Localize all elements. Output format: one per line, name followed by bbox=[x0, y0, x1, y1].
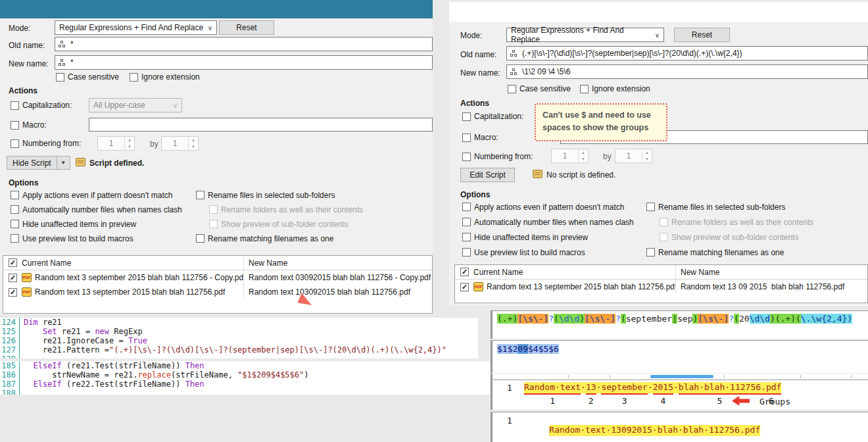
ignore-extension-checkbox[interactable]: Ignore extension bbox=[580, 84, 650, 93]
checkbox[interactable] bbox=[196, 191, 205, 199]
option-use-preview-list-to-build-macros[interactable]: Use preview list to build macros bbox=[11, 234, 182, 243]
regex-result-box[interactable]: 1 Random·text·13092015·blah·blah·112756.… bbox=[491, 412, 868, 442]
numbering-checkbox[interactable]: Numbering from: bbox=[11, 139, 81, 148]
option-rename-files-in-selected-sub-folders[interactable]: Rename files in selected sub-folders bbox=[646, 203, 813, 211]
checkbox[interactable] bbox=[462, 203, 471, 211]
dropdown-arrow-icon[interactable]: ▼ bbox=[57, 156, 70, 170]
checkbox bbox=[660, 218, 668, 226]
match-separator: · bbox=[673, 382, 679, 393]
checkbox[interactable] bbox=[11, 234, 19, 243]
column-header-current-name[interactable]: Current Name bbox=[22, 258, 71, 268]
template-icon bbox=[59, 41, 66, 48]
checkbox[interactable] bbox=[462, 248, 471, 257]
numbering-start-stepper[interactable]: 1 ▲▼ bbox=[551, 149, 589, 163]
title-bar[interactable] bbox=[0, 0, 433, 18]
checkbox[interactable]: ✓ bbox=[9, 274, 17, 282]
code-editor-block-1[interactable]: 124Dim re21125 Set re21 = new RegExp126 … bbox=[0, 318, 478, 358]
script-icon bbox=[76, 158, 85, 166]
match-separator: · bbox=[581, 382, 586, 393]
regex-pattern-box[interactable]: (.+)[\s\-]?(\d\d)[\s\-]?(september|sep)[… bbox=[491, 310, 868, 339]
old-name-input[interactable]: * bbox=[55, 37, 433, 51]
numbering-step-stepper[interactable]: 1 ▲▼ bbox=[161, 136, 199, 151]
group-number: 1 bbox=[550, 396, 555, 406]
horizontal-scrollbar[interactable] bbox=[491, 374, 868, 380]
mode-select[interactable]: Regular Expressions + Find And Replace ∨ bbox=[506, 28, 664, 42]
regex-test-string-box[interactable]: 1 Random·text1·132·september3·20154·blah… bbox=[491, 380, 868, 410]
code-line: 185 ElseIf (re21.Test(strFileName)) Then bbox=[0, 361, 490, 370]
checkbox[interactable] bbox=[11, 205, 19, 214]
checkbox bbox=[660, 233, 668, 241]
macro-checkbox[interactable]: Macro: bbox=[11, 120, 47, 130]
new-name: Random text 103092015 blah blah 112756.p… bbox=[249, 287, 410, 297]
numbering-checkbox[interactable]: Numbering from: bbox=[462, 152, 533, 161]
column-header-new-name[interactable]: New Name bbox=[681, 268, 719, 277]
new-name-input[interactable]: * bbox=[55, 55, 433, 70]
reset-button[interactable]: Reset bbox=[674, 28, 730, 42]
checkbox bbox=[209, 220, 218, 228]
column-header-current-name[interactable]: Current Name bbox=[473, 268, 523, 277]
option-rename-files-in-selected-sub-folders[interactable]: Rename files in selected sub-folders bbox=[196, 191, 363, 199]
option-apply-actions-even-if-pattern-doesn-t-match[interactable]: Apply actions even if pattern doesn't ma… bbox=[11, 191, 182, 199]
capitalization-checkbox[interactable]: Capitalization: bbox=[462, 112, 523, 121]
options-header: Options bbox=[9, 178, 38, 187]
pdf-file-icon: PDF bbox=[22, 273, 32, 282]
new-name-input[interactable]: \1\2 09 \4 \5\6 bbox=[506, 64, 868, 79]
new-name-value: \1\2 09 \4 \5\6 bbox=[522, 67, 570, 76]
regex-substitution-box[interactable]: $1$209$4$5$6 bbox=[491, 340, 868, 373]
old-name-input[interactable]: (.+)[\s\-]?(\d\d)[\s\-]?(september|sep)[… bbox=[506, 46, 868, 61]
capitalization-select: All Upper-case ∨ bbox=[89, 98, 182, 112]
current-name: Random text 3 september 2015 blah blah 1… bbox=[35, 273, 244, 282]
checkbox[interactable]: ✓ bbox=[9, 258, 17, 267]
check-icon: ✓ bbox=[10, 289, 16, 296]
file-row[interactable]: ✓PDFRandom text 3 september 2015 blah bl… bbox=[3, 270, 432, 285]
option-rename-matching-filenames-as-one[interactable]: Rename matching filenames as one bbox=[196, 234, 363, 243]
checkbox[interactable] bbox=[646, 203, 655, 211]
numbering-start-stepper[interactable]: 1 ▲▼ bbox=[97, 136, 135, 151]
file-row[interactable]: ✓PDFRandom text 13 september 2015 blah b… bbox=[3, 285, 432, 299]
template-icon bbox=[59, 59, 66, 66]
case-sensitive-checkbox[interactable]: Case sensitive bbox=[56, 72, 119, 82]
option-hide-unaffected-items-in-preview[interactable]: Hide unaffected items in preview bbox=[462, 233, 634, 241]
capitalization-checkbox[interactable]: Capitalization: bbox=[11, 101, 72, 110]
scrollbar-thumb[interactable] bbox=[650, 375, 713, 378]
checkbox[interactable] bbox=[462, 233, 471, 241]
option-automatically-number-files-when-names-clash[interactable]: Automatically number files when names cl… bbox=[11, 205, 182, 214]
line-number: 1 bbox=[507, 383, 512, 393]
code-editor-block-2[interactable]: 185 ElseIf (re21.Test(strFileName)) Then… bbox=[0, 361, 490, 395]
checkbox[interactable] bbox=[196, 234, 205, 243]
options-column-1: Apply actions even if pattern doesn't ma… bbox=[11, 191, 182, 249]
code-line: 188 bbox=[0, 389, 490, 395]
code-line: 186 strNewName = re21.replace(strFileNam… bbox=[0, 370, 490, 380]
checkbox[interactable] bbox=[646, 248, 655, 257]
option-rename-matching-filenames-as-one[interactable]: Rename matching filenames as one bbox=[646, 248, 813, 257]
case-sensitive-checkbox[interactable]: Case sensitive bbox=[508, 84, 571, 93]
numbering-step-stepper[interactable]: 1 ▲▼ bbox=[615, 149, 652, 163]
checkbox[interactable]: ✓ bbox=[460, 283, 469, 291]
checkbox[interactable]: ✓ bbox=[9, 288, 17, 297]
option-use-preview-list-to-build-macros[interactable]: Use preview list to build macros bbox=[462, 248, 634, 257]
mode-label: Mode: bbox=[460, 31, 482, 40]
column-header-new-name[interactable]: New Name bbox=[249, 258, 287, 268]
option-automatically-number-files-when-names-clash[interactable]: Automatically number files when names cl… bbox=[462, 218, 634, 226]
template-icon bbox=[510, 50, 518, 57]
macro-checkbox[interactable]: Macro: bbox=[462, 133, 498, 142]
code-line: 126 re21.IgnoreCase = True bbox=[0, 336, 478, 345]
checkbox[interactable]: ✓ bbox=[460, 268, 469, 276]
preview-file-list[interactable]: ✓Current NameNew Name✓PDFRandom text 13 … bbox=[454, 264, 868, 303]
checkbox[interactable] bbox=[462, 218, 471, 226]
mode-select[interactable]: Regular Expressions + Find And Replace ∨ bbox=[55, 20, 217, 35]
hide-script-button[interactable]: Hide Script ▼ bbox=[7, 156, 70, 170]
macro-input[interactable] bbox=[89, 118, 433, 132]
ignore-extension-checkbox[interactable]: Ignore extension bbox=[130, 72, 200, 82]
edit-script-button[interactable]: Edit Script bbox=[460, 168, 515, 182]
reset-button[interactable]: Reset bbox=[219, 20, 274, 35]
checkbox[interactable] bbox=[11, 191, 19, 199]
new-name-value: * bbox=[70, 58, 74, 67]
by-label: by bbox=[603, 152, 612, 161]
match-group-3: september3 bbox=[601, 382, 647, 395]
option-hide-unaffected-items-in-preview[interactable]: Hide unaffected items in preview bbox=[11, 220, 182, 228]
checkbox[interactable] bbox=[11, 220, 19, 228]
preview-file-list[interactable]: ✓Current NameNew Name✓PDFRandom text 3 s… bbox=[3, 255, 433, 314]
option-apply-actions-even-if-pattern-doesn-t-match[interactable]: Apply actions even if pattern doesn't ma… bbox=[462, 203, 634, 211]
file-row[interactable]: ✓PDFRandom text 13 september 2015 blah b… bbox=[455, 280, 867, 294]
